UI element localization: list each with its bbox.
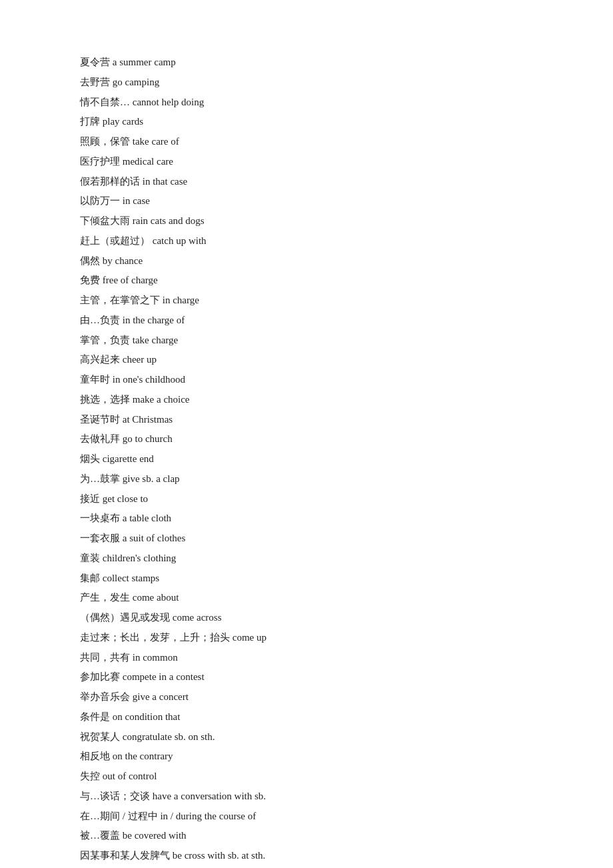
list-item: 由…负责 in the charge of <box>80 311 533 330</box>
chinese-text: 共同，共有 <box>80 652 130 663</box>
list-item: 假若那样的话 in that case <box>80 173 533 191</box>
english-text: rain cats and dogs <box>133 215 205 226</box>
list-item: 集邮 collect stamps <box>80 569 533 588</box>
english-text: come about <box>133 592 179 603</box>
list-item: 举办音乐会 give a concert <box>80 688 533 707</box>
list-item: 条件是 on condition that <box>80 708 533 727</box>
chinese-text: 掌管，负责 <box>80 335 130 345</box>
chinese-text: 相反地 <box>80 751 110 761</box>
list-item: 去野营 go camping <box>80 73 533 92</box>
chinese-text: 照顾，保管 <box>80 136 130 147</box>
list-item: 主管，在掌管之下 in charge <box>80 291 533 310</box>
chinese-text: 去野营 <box>80 77 110 87</box>
chinese-text: 医疗护理 <box>80 156 120 167</box>
list-item: 去做礼拜 go to church <box>80 430 533 449</box>
list-item: 参加比赛 compete in a contest <box>80 668 533 687</box>
english-text: give a concert <box>133 691 189 702</box>
english-text: go camping <box>113 77 159 87</box>
english-text: in common <box>133 652 178 663</box>
list-item: 圣诞节时 at Christmas <box>80 411 533 429</box>
list-item: 童装 children's clothing <box>80 549 533 568</box>
chinese-text: （偶然）遇见或发现 <box>80 612 170 623</box>
english-text: out of control <box>103 771 157 781</box>
list-item: 高兴起来 cheer up <box>80 351 533 369</box>
vocabulary-list: 夏令营 a summer camp去野营 go camping情不自禁… can… <box>80 53 533 868</box>
chinese-text: 一套衣服 <box>80 533 120 543</box>
english-text: make a choice <box>133 394 190 405</box>
chinese-text: 偶然 <box>80 255 100 266</box>
english-text: in that case <box>143 176 187 187</box>
english-text: free of charge <box>103 275 158 285</box>
english-text: come across <box>173 612 222 623</box>
english-text: give sb. a clap <box>123 473 180 484</box>
list-item: 一套衣服 a suit of clothes <box>80 529 533 548</box>
chinese-text: 在…期间 / 过程中 <box>80 811 158 821</box>
english-text: in / during the course of <box>160 811 256 821</box>
list-item: 偶然 by chance <box>80 252 533 271</box>
english-text: cigarette end <box>103 453 154 464</box>
english-text: compete in a contest <box>123 671 205 682</box>
english-text: a suit of clothes <box>123 533 186 543</box>
list-item: 夏令营 a summer camp <box>80 53 533 72</box>
english-text: have a conversation with sb. <box>153 791 266 801</box>
chinese-text: 赶上（或超过） <box>80 235 150 246</box>
chinese-text: 集邮 <box>80 573 100 583</box>
chinese-text: 主管，在掌管之下 <box>80 295 160 305</box>
list-item: 与…谈话；交谈 have a conversation with sb. <box>80 787 533 806</box>
english-text: take care of <box>133 136 179 147</box>
english-text: get close to <box>103 493 148 504</box>
english-text: collect stamps <box>103 573 159 583</box>
english-text: in one's childhood <box>113 374 185 385</box>
english-text: go to church <box>123 433 173 444</box>
list-item: 因某事和某人发脾气 be cross with sb. at sth. <box>80 847 533 865</box>
list-item: 打牌 play cards <box>80 113 533 131</box>
chinese-text: 情不自禁… <box>80 97 130 107</box>
list-item: 一块桌布 a table cloth <box>80 509 533 528</box>
list-item: 为…鼓掌 give sb. a clap <box>80 470 533 489</box>
chinese-text: 童装 <box>80 553 100 563</box>
chinese-text: 参加比赛 <box>80 671 120 682</box>
list-item: 以防万一 in case <box>80 192 533 211</box>
list-item: （偶然）遇见或发现 come across <box>80 609 533 627</box>
chinese-text: 为…鼓掌 <box>80 473 120 484</box>
list-item: 照顾，保管 take care of <box>80 133 533 151</box>
list-item: 被…覆盖 be covered with <box>80 827 533 845</box>
chinese-text: 烟头 <box>80 453 100 464</box>
chinese-text: 接近 <box>80 493 100 504</box>
chinese-text: 被…覆盖 <box>80 830 120 841</box>
chinese-text: 一块桌布 <box>80 513 120 523</box>
chinese-text: 下倾盆大雨 <box>80 215 130 226</box>
chinese-text: 高兴起来 <box>80 354 120 365</box>
english-text: cannot help doing <box>133 97 204 107</box>
chinese-text: 夏令营 <box>80 57 110 67</box>
chinese-text: 由…负责 <box>80 315 120 325</box>
english-text: play cards <box>103 116 143 127</box>
chinese-text: 祝贺某人 <box>80 731 120 742</box>
chinese-text: 挑选，选择 <box>80 394 130 405</box>
english-text: a table cloth <box>123 513 171 523</box>
english-text: in charge <box>163 295 199 305</box>
english-text: at Christmas <box>123 414 173 425</box>
list-item: 下倾盆大雨 rain cats and dogs <box>80 212 533 231</box>
chinese-text: 因某事和某人发脾气 <box>80 850 170 861</box>
english-text: medical care <box>123 156 173 167</box>
list-item: 赶上（或超过） catch up with <box>80 232 533 251</box>
english-text: by chance <box>103 255 143 266</box>
list-item: 在…期间 / 过程中 in / during the course of <box>80 807 533 826</box>
chinese-text: 童年时 <box>80 374 110 385</box>
chinese-text: 走过来；长出，发芽，上升；抬头 <box>80 632 230 643</box>
chinese-text: 以防万一 <box>80 195 120 206</box>
english-text: come up <box>233 632 267 643</box>
list-item: 接近 get close to <box>80 490 533 509</box>
list-item: 相反地 on the contrary <box>80 747 533 766</box>
english-text: a summer camp <box>113 57 176 67</box>
list-item: 烟头 cigarette end <box>80 450 533 469</box>
chinese-text: 产生，发生 <box>80 592 130 603</box>
english-text: congratulate sb. on sth. <box>123 731 215 742</box>
english-text: cheer up <box>123 354 157 365</box>
chinese-text: 免费 <box>80 275 100 285</box>
list-item: 免费 free of charge <box>80 271 533 290</box>
chinese-text: 举办音乐会 <box>80 691 130 702</box>
english-text: take charge <box>133 335 178 345</box>
list-item: 产生，发生 come about <box>80 589 533 607</box>
